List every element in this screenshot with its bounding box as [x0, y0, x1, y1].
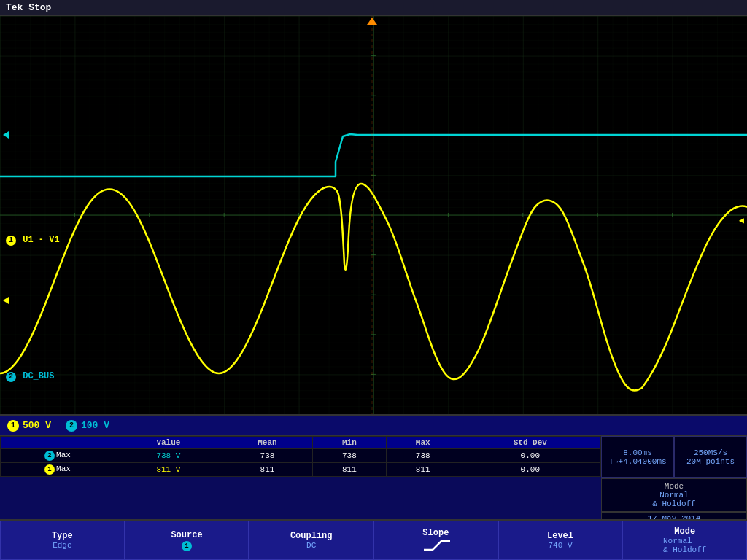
svg-rect-1: [0, 16, 747, 414]
mode-datetime-area: Mode Normal & Holdoff 17 May 2014 19:42:…: [601, 478, 747, 519]
ctrl-title-type-edge: Type: [52, 531, 73, 541]
ctrl-btn-slope[interactable]: Slope: [374, 521, 498, 560]
table-row: 2Max 738 V 738 738 738 0.00: [1, 449, 601, 463]
svg-marker-23: [3, 297, 9, 304]
ch2-label: 2 DC_BUS: [6, 371, 54, 382]
ctrl-btn-level[interactable]: Level 740 V: [498, 521, 623, 560]
meas-min: 738: [312, 449, 386, 463]
meas-min: 811: [312, 463, 386, 477]
meas-mean: 811: [222, 463, 312, 477]
ch2-badge: 2: [6, 372, 16, 382]
app-title: Tek Stop: [6, 2, 51, 13]
col-header-stddev: Std Dev: [460, 437, 600, 449]
measurement-table: Value Mean Min Max Std Dev 2Max 738 V 73…: [0, 436, 601, 477]
table-row: 1Max 811 V 811 811 811 0.00: [1, 463, 601, 477]
scale-bar: 1 500 V 2 100 V: [0, 416, 747, 436]
meas-row-label: 1Max: [1, 463, 115, 477]
mode-panel: Mode Normal & Holdoff: [601, 478, 747, 512]
ctrl-btn-source[interactable]: Source 1: [125, 521, 249, 560]
col-header-mean: Mean: [222, 437, 312, 449]
meas-value: 811 V: [115, 463, 222, 477]
ch1-label: 1 U1 - V1: [6, 235, 60, 246]
svg-rect-0: [0, 16, 747, 414]
ctrl-sub-level: 740 V: [549, 541, 573, 550]
mode-label: Mode: [665, 482, 684, 491]
meas-stddev: 0.00: [460, 449, 600, 463]
col-header-max: Max: [386, 437, 460, 449]
ctrl-btn-type-edge[interactable]: Type Edge: [0, 521, 125, 560]
time-div-value: 8.00ms: [623, 448, 652, 457]
ctrl-title-source: Source: [171, 530, 202, 540]
ch2-scale: 2 100 V: [66, 420, 109, 432]
ctrl-btn-coupling[interactable]: Coupling DC: [249, 521, 374, 560]
ctrl-title-mode-ctrl: Mode: [674, 526, 695, 537]
ch1-scale: 1 500 V: [7, 420, 51, 432]
meas-mean: 738: [222, 449, 312, 463]
col-header-value: Value: [115, 437, 222, 449]
sample-points: 20M points: [686, 457, 735, 466]
ctrl-sub-coupling: DC: [306, 541, 316, 550]
sample-rate: 250MS/s: [694, 448, 727, 457]
ch2-scale-value: 100 V: [81, 420, 109, 431]
col-header-min: Min: [312, 437, 386, 449]
mode-holdoff: & Holdoff: [652, 499, 695, 508]
meas-stddev: 0.00: [460, 463, 600, 477]
bottom-area: 1 500 V 2 100 V Value Mean Min Max Std D…: [0, 414, 747, 560]
trigger-pos-value: T→+4.04000ms: [608, 457, 666, 466]
top-bar: Tek Stop: [0, 0, 747, 16]
ch2-scale-badge: 2: [66, 420, 77, 432]
measurement-area: Value Mean Min Max Std Dev 2Max 738 V 73…: [0, 436, 601, 478]
timebase-row: 8.00ms T→+4.04000ms 250MS/s 20M points: [601, 436, 747, 478]
svg-marker-24: [3, 131, 9, 139]
ch1-scale-value: 500 V: [23, 420, 51, 431]
controls-row: Type Edge Source 1 Coupling DC Slope Lev…: [0, 519, 747, 560]
meas-badge-ch1: 1: [44, 464, 55, 475]
meas-value: 738 V: [115, 449, 222, 463]
sample-panel: 250MS/s 20M points: [674, 436, 747, 478]
slope-icon: [421, 538, 450, 553]
timebase-panel: 8.00ms T→+4.04000ms: [601, 436, 674, 478]
meas-max: 738: [386, 449, 460, 463]
svg-rect-2: [0, 16, 747, 414]
meas-row-label: 2Max: [1, 449, 115, 463]
ctrl-title-coupling: Coupling: [290, 531, 333, 541]
ctrl-title-slope: Slope: [422, 528, 449, 538]
ctrl-title-level: Level: [547, 531, 573, 541]
ch1-scale-badge: 1: [7, 420, 19, 432]
ctrl-btn-mode-ctrl[interactable]: Mode Normal& Holdoff: [622, 521, 747, 560]
svg-marker-22: [367, 18, 377, 25]
meas-badge-ch2: 2: [44, 451, 55, 461]
ctrl-sub-type-edge: Edge: [53, 541, 71, 550]
col-header-label: [1, 437, 115, 449]
source-badge: 1: [182, 541, 192, 551]
ctrl-sub-mode-ctrl: Normal& Holdoff: [663, 537, 706, 554]
mode-value: Normal: [659, 491, 689, 499]
right-arrow-indicator: ◀: [739, 215, 744, 226]
meas-max: 811: [386, 463, 460, 477]
ch1-badge: 1: [6, 236, 16, 246]
oscilloscope-screen: 1 U1 - V1 2 DC_BUS ◀: [0, 16, 747, 414]
